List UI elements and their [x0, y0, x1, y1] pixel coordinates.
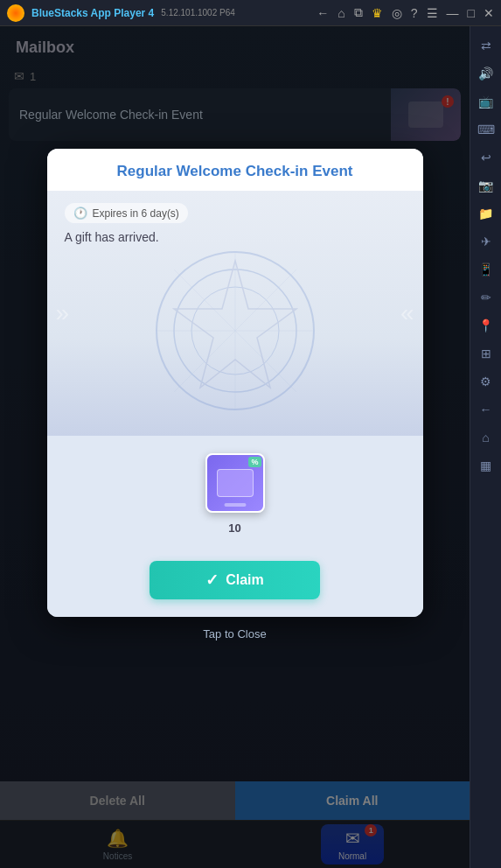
left-arrow-icon[interactable]: » [56, 299, 70, 327]
sidebar-draw-icon[interactable]: ✏ [474, 285, 498, 310]
decorative-circle [148, 243, 323, 418]
sidebar-back-icon[interactable]: ← [474, 397, 498, 422]
maximize-button[interactable]: □ [468, 6, 475, 20]
main-content: Mailbox ✉ 1 Regular Welcome Check-in Eve… [0, 26, 470, 868]
clock-icon: 🕐 [73, 206, 87, 220]
sidebar-phone-icon[interactable]: 📱 [474, 257, 498, 282]
sidebar-folder-icon[interactable]: 📁 [474, 201, 498, 226]
gift-text: A gift has arrived. [65, 230, 159, 244]
close-button[interactable]: ✕ [484, 6, 494, 20]
right-arrow-icon[interactable]: « [400, 299, 414, 327]
sidebar-settings-icon[interactable]: ⚙ [474, 369, 498, 394]
sidebar-location-icon[interactable]: 📍 [474, 313, 498, 338]
claim-button[interactable]: ✓ Claim [150, 561, 320, 599]
sidebar-layers-icon[interactable]: ⊞ [474, 341, 498, 366]
target-icon[interactable]: ◎ [392, 6, 402, 20]
claim-label: Claim [226, 572, 264, 588]
window-button[interactable]: ⧉ [354, 5, 363, 20]
window-controls: ← ⌂ ⧉ ♛ ◎ ? ☰ — □ ✕ [317, 5, 494, 20]
claim-section: ✓ Claim [47, 552, 423, 617]
sidebar-rotate-icon[interactable]: ↩ [474, 145, 498, 170]
top-bar: BlueStacks App Player 4 5.12.101.1002 P6… [0, 0, 501, 26]
modal-header: Regular Welcome Check-in Event [47, 149, 423, 191]
help-icon[interactable]: ? [411, 6, 418, 20]
sidebar-expand-icon[interactable]: ⇄ [474, 33, 498, 58]
sidebar-keyboard-icon[interactable]: ⌨ [474, 117, 498, 142]
modal-title: Regular Welcome Check-in Event [65, 163, 406, 180]
item-percent-badge: % [248, 457, 261, 467]
menu-icon[interactable]: ☰ [427, 6, 438, 20]
tap-to-close[interactable]: Tap to Close [203, 627, 266, 640]
item-count: 10 [228, 522, 240, 535]
sidebar-screen-icon[interactable]: 📺 [474, 89, 498, 114]
expiry-text: Expires in 6 day(s) [93, 207, 179, 220]
sidebar-volume-icon[interactable]: 🔊 [474, 61, 498, 86]
item-section: % 10 [47, 436, 423, 552]
item-card: % [205, 453, 265, 513]
app-subtitle: 5.12.101.1002 P64 [161, 8, 235, 18]
sidebar-airplane-icon[interactable]: ✈ [474, 229, 498, 254]
check-icon: ✓ [205, 570, 219, 590]
modal-body: 🕐 Expires in 6 day(s) A gift has arrived… [47, 191, 423, 436]
right-sidebar: ⇄ 🔊 📺 ⌨ ↩ 📷 📁 ✈ 📱 ✏ 📍 ⊞ ⚙ ← ⌂ ▦ [470, 26, 501, 868]
crown-icon[interactable]: ♛ [372, 6, 383, 20]
home-button[interactable]: ⌂ [337, 6, 344, 20]
sidebar-recent-icon[interactable]: ▦ [474, 453, 498, 478]
back-button[interactable]: ← [317, 6, 329, 20]
app-title: BlueStacks App Player 4 [31, 7, 154, 19]
app-logo [7, 4, 24, 22]
modal-box: Regular Welcome Check-in Event 🕐 Expires… [47, 149, 423, 617]
sidebar-home-icon[interactable]: ⌂ [474, 425, 498, 450]
sidebar-camera-icon[interactable]: 📷 [474, 173, 498, 198]
expiry-badge: 🕐 Expires in 6 day(s) [65, 203, 188, 223]
modal-overlay: Regular Welcome Check-in Event 🕐 Expires… [0, 26, 470, 868]
minimize-button[interactable]: — [447, 6, 459, 20]
